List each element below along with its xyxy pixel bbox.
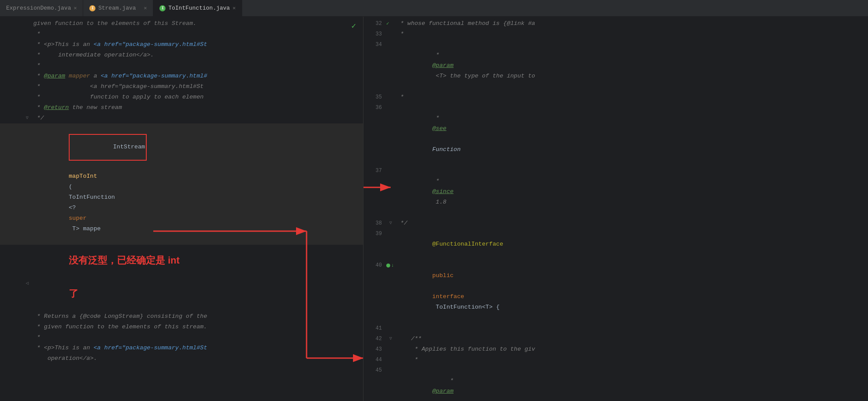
line-content: * @param value the function argume bbox=[395, 365, 868, 401]
gutter bbox=[386, 92, 395, 102]
code-line: * given function to the elements of this… bbox=[0, 322, 363, 332]
code-line: * intermediate operation</a>. bbox=[0, 50, 363, 60]
code-line-32: 32 ✓ * whose functional method is {@link… bbox=[363, 18, 868, 29]
line-number bbox=[0, 353, 23, 364]
line-content: * <p>This is an <a href="package-summary… bbox=[32, 343, 363, 353]
tab-label: Stream.java bbox=[98, 5, 136, 11]
gutter bbox=[23, 322, 32, 332]
code-line-41: 41 bbox=[363, 323, 868, 334]
code-line-37: 37 * @since 1.8 bbox=[363, 165, 868, 218]
close-icon[interactable]: ✕ bbox=[233, 5, 236, 11]
gutter bbox=[386, 39, 395, 92]
gutter bbox=[23, 343, 32, 353]
down-arrow-icon: ↓ bbox=[391, 260, 394, 271]
line-content: /** bbox=[395, 334, 868, 344]
close-icon[interactable]: ✕ bbox=[74, 5, 77, 11]
gutter-icons-40: ↓ bbox=[386, 260, 395, 271]
line-content: * bbox=[395, 29, 868, 39]
line-content: */ bbox=[395, 218, 868, 229]
code-line: * @param mapper a <a href="package-summa… bbox=[0, 71, 363, 81]
gutter: ↓ bbox=[386, 260, 395, 323]
gutter bbox=[23, 81, 32, 92]
tab-tointfunction[interactable]: I ToIntFunction.java ✕ bbox=[153, 0, 242, 17]
green-dot-icon bbox=[386, 264, 390, 267]
line-content: * bbox=[32, 29, 363, 39]
tab-stream[interactable]: I Stream.java ✕ bbox=[83, 0, 153, 17]
line-content: given function to the elements of this S… bbox=[32, 18, 363, 29]
gutter bbox=[23, 102, 32, 113]
code-line: ▽ */ bbox=[0, 113, 363, 123]
line-content: * Applies this function to the giv bbox=[395, 344, 868, 355]
line-number bbox=[0, 71, 23, 81]
code-line-42: 42 ▽ /** bbox=[363, 334, 868, 344]
right-code-area: 32 ✓ * whose functional method is {@link… bbox=[363, 17, 868, 401]
line-content: * @since 1.8 bbox=[395, 165, 868, 218]
line-content: * bbox=[395, 355, 868, 365]
gutter bbox=[386, 165, 395, 218]
gutter: ▽ bbox=[386, 334, 395, 344]
tab-expression-demo[interactable]: ExpressionDemo.java ✕ bbox=[0, 0, 83, 17]
line-number bbox=[0, 245, 23, 278]
line-content: @FunctionalInterface bbox=[395, 229, 868, 260]
fold-marker: ◁ bbox=[23, 278, 32, 288]
line-number bbox=[0, 39, 23, 50]
gutter bbox=[23, 39, 32, 50]
line-content bbox=[395, 323, 868, 334]
line-number: 42 bbox=[363, 334, 386, 344]
line-number bbox=[0, 322, 23, 332]
line-content: 没有泛型，已经确定是 int bbox=[32, 245, 363, 278]
line-number bbox=[0, 81, 23, 92]
intstream-red-box: IntStream bbox=[69, 134, 147, 161]
gutter bbox=[23, 50, 32, 60]
line-content: * bbox=[395, 92, 868, 102]
gutter: ▽ bbox=[23, 113, 32, 123]
gutter: ◁ bbox=[23, 278, 32, 311]
line-number: 39 bbox=[363, 229, 386, 260]
line-number bbox=[0, 332, 23, 343]
code-line-39: 39 @FunctionalInterface bbox=[363, 229, 868, 260]
gutter bbox=[23, 60, 32, 71]
line-content: * intermediate operation</a>. bbox=[32, 50, 363, 60]
gutter: ▽ bbox=[386, 218, 395, 229]
line-number: 34 bbox=[363, 39, 386, 92]
line-content: * @param mapper a <a href="package-summa… bbox=[32, 71, 363, 81]
code-line-40: 40 ↓ public interface ToIntFunction<T> { bbox=[363, 260, 868, 323]
line-number bbox=[0, 123, 23, 245]
line-content: * <a href="package-summary.html#St bbox=[32, 81, 363, 92]
close-icon[interactable]: ✕ bbox=[144, 5, 147, 11]
line-number: 32 bbox=[363, 18, 386, 29]
line-content: * <p>This is an <a href="package-summary… bbox=[32, 39, 363, 50]
annotation-chinese: 没有泛型，已经确定是 int bbox=[69, 255, 180, 266]
line-content: * @param <T> the type of the input to bbox=[395, 39, 868, 92]
code-line: * bbox=[0, 29, 363, 39]
line-content: public interface ToIntFunction<T> { bbox=[395, 260, 868, 323]
line-content: */ bbox=[32, 113, 363, 123]
line-number bbox=[0, 278, 23, 311]
gutter bbox=[23, 353, 32, 364]
line-number bbox=[0, 113, 23, 123]
line-number bbox=[0, 102, 23, 113]
toint-tab-icon: I bbox=[159, 5, 166, 11]
gutter bbox=[23, 18, 32, 29]
gutter bbox=[23, 332, 32, 343]
line-content: * Returns a {@code LongStream} consistin… bbox=[32, 311, 363, 322]
code-line-38: 38 ▽ */ bbox=[363, 218, 868, 229]
gutter bbox=[23, 123, 32, 245]
annotation-chinese2: 了 bbox=[69, 288, 78, 299]
line-number: 35 bbox=[363, 92, 386, 102]
code-line: * <a href="package-summary.html#St bbox=[0, 81, 363, 92]
tab-label: ToIntFunction.java bbox=[168, 5, 229, 11]
gutter: ✓ bbox=[386, 18, 395, 29]
fold-open-icon: ▽ bbox=[386, 334, 395, 344]
tab-label: ExpressionDemo.java bbox=[6, 5, 71, 11]
annotation-line2: ◁ 了 bbox=[0, 278, 363, 311]
code-line: * <p>This is an <a href="package-summary… bbox=[0, 343, 363, 353]
fold-close-icon: ▽ bbox=[386, 218, 395, 229]
left-panel: ✓ given function to the elements of this… bbox=[0, 17, 363, 401]
code-line: * bbox=[0, 60, 363, 71]
line-number bbox=[0, 311, 23, 322]
line-content: 了 bbox=[32, 278, 363, 311]
line-content: * @see Function bbox=[395, 102, 868, 165]
code-line: given function to the elements of this S… bbox=[0, 18, 363, 29]
gutter bbox=[386, 29, 395, 39]
